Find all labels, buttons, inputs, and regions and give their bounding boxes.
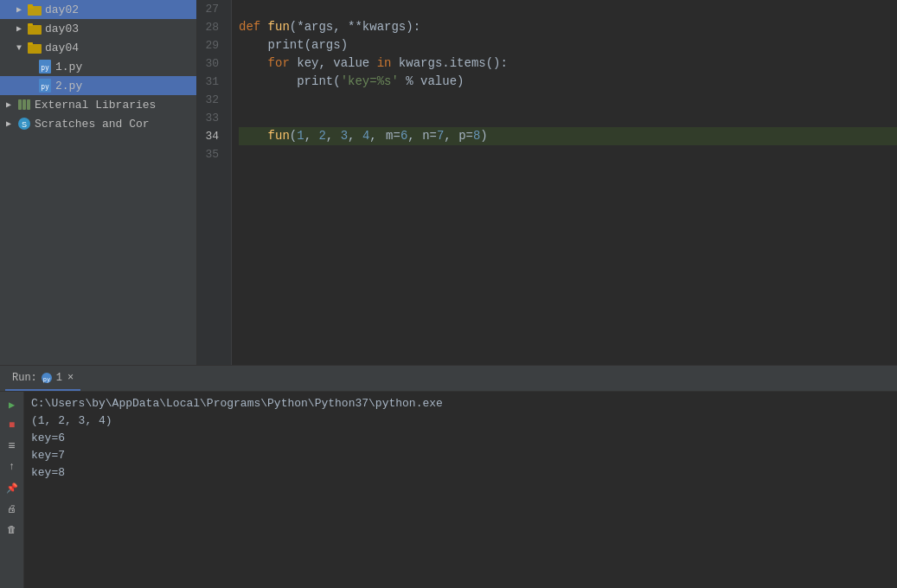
sidebar-label-1py: 1.py: [55, 61, 82, 74]
pin-button[interactable]: 📌: [3, 478, 22, 497]
main-area: ▶ day02 ▶ day03 ▼ day04: [0, 0, 897, 365]
token: 1: [297, 127, 304, 145]
svg-text:py: py: [43, 375, 50, 382]
code-lines[interactable]: def fun(*args, **kwargs): print(args) fo…: [232, 0, 897, 365]
output-controls: ▶ ■ ≡ ↑ 📌 🖨 🗑: [0, 392, 24, 588]
svg-rect-6: [28, 42, 33, 45]
line-num-30: 30: [197, 54, 224, 73]
run-output: ▶ ■ ≡ ↑ 📌 🖨 🗑 C:\Users\by\AppData\Local\…: [0, 392, 897, 588]
sidebar-label-day04: day04: [45, 42, 79, 54]
code-line-34: fun(1, 2, 3, 4, m=6, n=7, p=8): [239, 127, 897, 145]
folder-icon-day02: [28, 3, 42, 16]
token: [239, 36, 268, 54]
token: (*args, **kwargs):: [290, 18, 420, 36]
file-py-icon-1py: py: [38, 60, 52, 74]
token: print: [297, 73, 333, 91]
stop-button[interactable]: ■: [3, 416, 22, 435]
line-num-31: 31: [197, 73, 224, 91]
token: ): [480, 127, 487, 145]
sidebar-label-day02: day02: [45, 3, 79, 16]
token: ,: [304, 127, 319, 145]
code-line-27: [239, 0, 897, 18]
run-tab-active[interactable]: Run: py 1 ×: [5, 366, 80, 391]
tree-arrow-day02: ▶: [14, 4, 24, 15]
scroll-up-button[interactable]: ↑: [3, 457, 22, 476]
token: 2: [318, 127, 325, 145]
code-line-28: def fun(*args, **kwargs):: [239, 18, 897, 36]
run-tab-number: 1: [56, 372, 62, 384]
token: def: [239, 18, 268, 36]
token: 7: [437, 127, 444, 145]
token: ,: [348, 127, 362, 145]
token: for: [268, 54, 290, 73]
token: kwargs.items():: [391, 54, 507, 73]
token: , n=: [407, 127, 437, 145]
tree-arrow-day03: ▶: [14, 23, 24, 34]
sidebar-item-day03[interactable]: ▶ day03: [0, 19, 196, 38]
sidebar-item-1py[interactable]: py 1.py: [0, 57, 196, 76]
line-num-32: 32: [197, 91, 224, 109]
code-line-32: [239, 91, 897, 109]
line-num-35: 35: [197, 145, 224, 163]
run-tab-bar: Run: py 1 ×: [0, 366, 897, 392]
token: 8: [473, 127, 480, 145]
code-line-31: print('key=%s' % value): [239, 73, 897, 91]
svg-rect-11: [18, 99, 22, 110]
token: (args): [304, 36, 348, 54]
output-line-0: C:\Users\by\AppData\Local\Programs\Pytho…: [31, 395, 890, 412]
file-py-icon-2py: py: [38, 79, 52, 93]
tree-arrow-scratches: ▶: [3, 118, 14, 129]
sidebar-item-ext-libs[interactable]: ▶ External Libraries: [0, 95, 196, 114]
output-text: C:\Users\by\AppData\Local\Programs\Pytho…: [24, 392, 897, 588]
svg-rect-5: [28, 44, 42, 54]
code-line-30: for key, value in kwargs.items():: [239, 54, 897, 73]
code-line-35: [239, 145, 897, 163]
svg-rect-4: [28, 23, 33, 26]
output-line-1: (1, 2, 3, 4): [31, 412, 890, 430]
folder-icon-day03: [28, 22, 42, 35]
print-button[interactable]: 🖨: [3, 499, 22, 518]
line-num-27: 27: [197, 0, 224, 18]
svg-text:S: S: [22, 120, 27, 129]
line-numbers: 27 28 29 30 31 32 33 34 35: [197, 0, 232, 365]
svg-rect-2: [28, 4, 33, 7]
token: key, value: [290, 54, 377, 73]
token: (: [333, 73, 340, 91]
tree-arrow-day04: ▼: [14, 42, 24, 53]
run-label: Run:: [12, 372, 37, 384]
sidebar-label-scratches: Scratches and Cor: [35, 118, 150, 131]
token: , p=: [444, 127, 473, 145]
token: in: [377, 54, 392, 73]
folder-open-icon-day04: [28, 41, 42, 54]
token: ,: [326, 127, 341, 145]
token: fun: [268, 18, 290, 36]
sidebar-item-2py[interactable]: py 2.py: [0, 76, 196, 95]
code-content[interactable]: 27 28 29 30 31 32 33 34 35 def fun(*args…: [197, 0, 897, 365]
sidebar: ▶ day02 ▶ day03 ▼ day04: [0, 0, 197, 365]
svg-text:py: py: [41, 83, 49, 91]
token: [239, 127, 268, 145]
output-line-3: key=7: [31, 447, 890, 464]
code-line-29: print(args): [239, 36, 897, 54]
tree-arrow-ext: ▶: [3, 99, 14, 110]
svg-rect-12: [22, 99, 26, 110]
token: 4: [362, 127, 369, 145]
token: 3: [341, 127, 348, 145]
editor-area: 27 28 29 30 31 32 33 34 35 def fun(*args…: [197, 0, 897, 365]
line-num-34: 34: [197, 127, 224, 145]
trash-button[interactable]: 🗑: [3, 520, 22, 539]
token: fun: [268, 127, 290, 145]
svg-text:py: py: [41, 64, 49, 72]
sidebar-item-scratches[interactable]: ▶ S Scratches and Cor: [0, 114, 196, 133]
sidebar-item-day04[interactable]: ▼ day04: [0, 38, 196, 57]
sidebar-item-day02[interactable]: ▶ day02: [0, 0, 196, 19]
token: [239, 73, 297, 91]
line-num-28: 28: [197, 18, 224, 36]
sidebar-label-ext: External Libraries: [35, 99, 156, 112]
run-tab-close[interactable]: ×: [67, 372, 74, 384]
token: [239, 54, 268, 73]
line-num-33: 33: [197, 109, 224, 127]
bottom-panel: Run: py 1 × ▶ ■ ≡ ↑ 📌 🖨 🗑 C:\Users\by\Ap…: [0, 365, 897, 588]
rerun-button[interactable]: ≡: [3, 437, 22, 456]
play-button[interactable]: ▶: [3, 395, 22, 414]
